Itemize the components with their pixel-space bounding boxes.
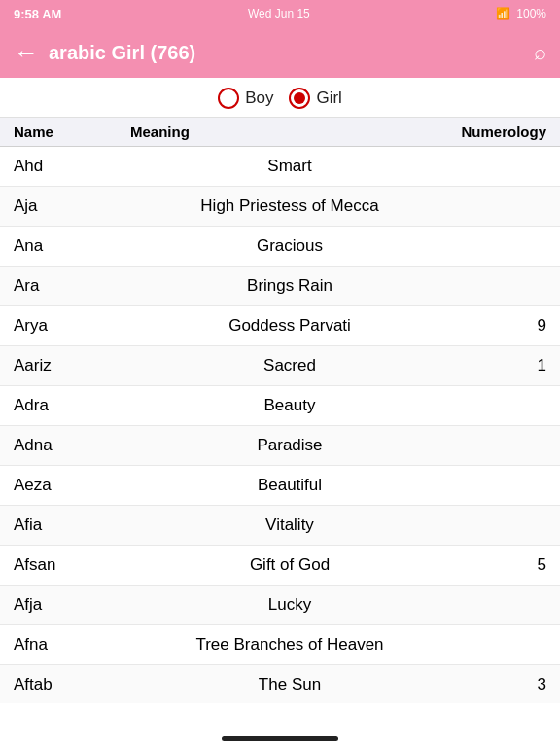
status-date: Wed Jun 15	[248, 7, 310, 20]
cell-name: Afna	[14, 635, 130, 655]
table-row[interactable]: Aariz Sacred 1	[0, 346, 560, 386]
page-title: arabic Girl (766)	[49, 42, 534, 64]
cell-name: Ana	[14, 236, 130, 256]
table-row[interactable]: Afsan Gift of God 5	[0, 546, 560, 586]
table-row[interactable]: Aftab The Sun 3	[0, 665, 560, 703]
cell-meaning: Goddess Parvati	[130, 316, 449, 336]
cell-numerology: 5	[449, 555, 546, 575]
cell-meaning: Tree Branches of Heaven	[130, 635, 449, 655]
cell-meaning: The Sun	[130, 675, 449, 694]
cell-numerology: 9	[449, 316, 546, 336]
cell-numerology: 1	[449, 356, 546, 375]
cell-numerology: 3	[449, 675, 546, 694]
boy-filter[interactable]: Boy	[218, 88, 273, 109]
battery-label: 100%	[516, 7, 546, 20]
table-row[interactable]: Ahd Smart	[0, 147, 560, 187]
table-row[interactable]: Adna Paradise	[0, 426, 560, 466]
cell-meaning: Vitality	[130, 516, 449, 535]
table-row[interactable]: Adra Beauty	[0, 386, 560, 426]
cell-name: Afja	[14, 595, 130, 615]
cell-name: Adra	[14, 396, 130, 415]
cell-meaning: Gift of God	[130, 555, 449, 575]
table-row[interactable]: Afna Tree Branches of Heaven	[0, 625, 560, 665]
status-right: 📶 100%	[496, 7, 546, 20]
column-headers: Name Meaning Numerology	[0, 118, 560, 147]
cell-name: Arya	[14, 316, 130, 336]
cell-meaning: Beauty	[130, 396, 449, 415]
cell-name: Aftab	[14, 675, 130, 694]
cell-name: Aja	[14, 196, 130, 216]
col-meaning-header: Meaning	[130, 124, 449, 140]
col-num-header: Numerology	[449, 124, 546, 140]
cell-name: Aeza	[14, 476, 130, 495]
table-row[interactable]: Ana Gracious	[0, 227, 560, 267]
cell-name: Adna	[14, 436, 130, 455]
cell-meaning: Smart	[130, 157, 449, 176]
cell-meaning: Brings Rain	[130, 276, 449, 296]
cell-name: Afsan	[14, 555, 130, 575]
col-name-header: Name	[14, 124, 130, 140]
girl-label: Girl	[316, 89, 341, 108]
status-bar: 9:58 AM Wed Jun 15 📶 100%	[0, 0, 560, 27]
cell-meaning: Lucky	[130, 595, 449, 615]
filter-row: Boy Girl	[0, 78, 560, 118]
table-row[interactable]: Arya Goddess Parvati 9	[0, 306, 560, 346]
names-table[interactable]: Ahd Smart Aja High Priestess of Mecca An…	[0, 147, 560, 703]
cell-name: Ahd	[14, 157, 130, 176]
girl-filter[interactable]: Girl	[289, 88, 341, 109]
wifi-icon: 📶	[496, 7, 510, 20]
boy-radio[interactable]	[218, 88, 239, 109]
table-row[interactable]: Afja Lucky	[0, 586, 560, 625]
status-time: 9:58 AM	[14, 7, 61, 21]
table-row[interactable]: Aeza Beautiful	[0, 466, 560, 506]
cell-meaning: Paradise	[130, 436, 449, 455]
table-row[interactable]: Afia Vitality	[0, 506, 560, 546]
girl-radio[interactable]	[289, 88, 310, 109]
nav-bar: ← arabic Girl (766) ⌕	[0, 27, 560, 78]
table-row[interactable]: Ara Brings Rain	[0, 267, 560, 306]
cell-name: Ara	[14, 276, 130, 296]
table-row[interactable]: Aja High Priestess of Mecca	[0, 187, 560, 227]
search-button[interactable]: ⌕	[534, 40, 546, 65]
cell-meaning: Beautiful	[130, 476, 449, 495]
cell-name: Aariz	[14, 356, 130, 375]
cell-name: Afia	[14, 516, 130, 535]
home-indicator	[222, 736, 338, 741]
back-button[interactable]: ←	[14, 40, 39, 65]
cell-meaning: Sacred	[130, 356, 449, 375]
cell-meaning: Gracious	[130, 236, 449, 256]
boy-label: Boy	[245, 89, 273, 108]
cell-meaning: High Priestess of Mecca	[130, 196, 449, 216]
